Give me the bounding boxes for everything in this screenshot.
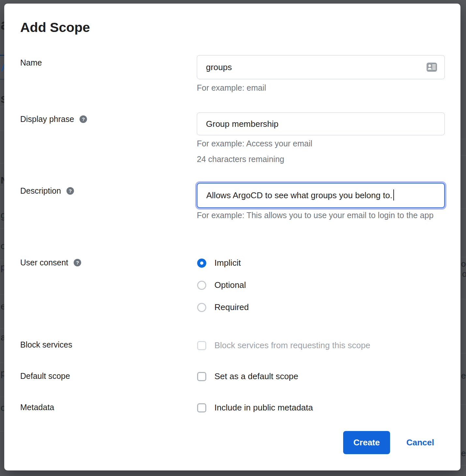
- radio-unselected-icon[interactable]: [197, 303, 206, 312]
- bg-text-fragment: p: [1, 263, 4, 272]
- name-helper-text: For example: email: [197, 80, 266, 96]
- bg-text-fragment: ee: [461, 371, 466, 380]
- description-label: Description: [20, 186, 61, 196]
- bg-text-fragment: e: [461, 449, 466, 457]
- bg-divider: [460, 209, 466, 209]
- name-input-value: groups: [206, 62, 426, 72]
- bg-divider: [0, 163, 4, 163]
- bg-divider: [0, 431, 4, 431]
- bg-divider: [0, 79, 4, 80]
- bg-text-fragment: S: [1, 95, 4, 104]
- name-input[interactable]: groups: [197, 55, 445, 79]
- dialog-title: Add Scope: [20, 20, 90, 35]
- background-page-right-edge: or o ee e: [460, 0, 466, 476]
- bg-divider: [460, 404, 466, 405]
- bg-divider: [0, 130, 4, 131]
- bg-text-fragment: o: [1, 403, 4, 412]
- background-page-left-edge: a A S N g o p e a p o: [0, 0, 4, 476]
- bg-text-fragment: a: [1, 333, 4, 342]
- checkbox-label: Include in public metadata: [214, 403, 313, 413]
- radio-option-implicit[interactable]: Implicit: [197, 258, 241, 268]
- bg-divider: [460, 155, 466, 156]
- display-phrase-input-value: Group membership: [206, 119, 437, 129]
- contact-card-icon[interactable]: [426, 62, 437, 72]
- bg-divider: [0, 107, 4, 107]
- bg-text-fragment: g: [1, 210, 4, 220]
- block-services-label: Block services: [20, 340, 72, 350]
- description-input[interactable]: Allows ArgoCD to see what groups you bel…: [197, 183, 445, 208]
- display-phrase-label: Display phrase: [20, 114, 74, 124]
- bg-divider: [460, 257, 466, 257]
- radio-option-required[interactable]: Required: [197, 302, 249, 312]
- radio-label: Implicit: [214, 258, 241, 268]
- radio-unselected-icon[interactable]: [197, 281, 206, 290]
- help-icon[interactable]: ?: [74, 259, 81, 266]
- bg-divider: [0, 187, 4, 187]
- help-icon[interactable]: ?: [80, 115, 87, 123]
- bg-divider: [0, 363, 4, 363]
- display-phrase-input[interactable]: Group membership: [197, 112, 445, 135]
- checkbox-unchecked-disabled-icon: [197, 341, 206, 350]
- radio-option-optional[interactable]: Optional: [197, 280, 246, 290]
- bg-divider: [0, 260, 4, 260]
- screen: a A S N g o p e a p o or o ee e: [0, 0, 466, 476]
- radio-label: Optional: [214, 280, 246, 290]
- bg-text-fragment: N: [1, 175, 4, 185]
- name-label: Name: [20, 58, 42, 67]
- bg-text-fragment: o: [462, 270, 466, 278]
- bg-divider: [0, 294, 4, 294]
- bg-divider: [0, 328, 4, 329]
- radio-selected-icon[interactable]: [197, 259, 206, 268]
- bg-text-fragment: or: [461, 260, 466, 268]
- display-phrase-helper-text: For example: Access your email: [197, 136, 312, 151]
- checkbox-unchecked-icon[interactable]: [197, 403, 206, 412]
- default-scope-label: Default scope: [20, 371, 70, 381]
- radio-label: Required: [214, 302, 249, 312]
- checkbox-unchecked-icon[interactable]: [197, 372, 206, 381]
- help-icon[interactable]: ?: [66, 187, 74, 195]
- user-consent-label: User consent: [20, 258, 68, 267]
- bg-divider: [460, 139, 466, 139]
- checkbox-label: Block services from requesting this scop…: [214, 340, 370, 350]
- create-button[interactable]: Create: [343, 431, 390, 454]
- bg-divider: [460, 465, 466, 466]
- characters-remaining-text: 24 characters remaining: [197, 151, 284, 167]
- bg-text-fragment: e: [1, 302, 4, 311]
- bg-text-fragment: o: [1, 242, 4, 251]
- bg-divider: [0, 397, 4, 397]
- cancel-button[interactable]: Cancel: [406, 431, 434, 454]
- bg-tab-underline: [0, 55, 4, 56]
- block-services-checkbox-row: Block services from requesting this scop…: [197, 340, 370, 350]
- description-input-value: Allows ArgoCD to see what groups you bel…: [206, 190, 392, 201]
- metadata-checkbox-row[interactable]: Include in public metadata: [197, 403, 313, 413]
- description-helper-text: For example: This allows you to use your…: [197, 207, 440, 223]
- bg-link-fragment: A: [1, 63, 4, 72]
- checkbox-label: Set as a default scope: [214, 371, 298, 381]
- bg-divider: [0, 228, 4, 229]
- add-scope-dialog: Add Scope Name groups For example: email…: [4, 4, 460, 470]
- bg-text-fragment: a: [1, 17, 4, 32]
- text-cursor: [393, 189, 394, 201]
- metadata-label: Metadata: [20, 403, 54, 412]
- default-scope-checkbox-row[interactable]: Set as a default scope: [197, 371, 298, 381]
- bg-divider: [460, 299, 466, 299]
- bg-text-fragment: p: [1, 369, 4, 378]
- bg-divider: [460, 353, 466, 353]
